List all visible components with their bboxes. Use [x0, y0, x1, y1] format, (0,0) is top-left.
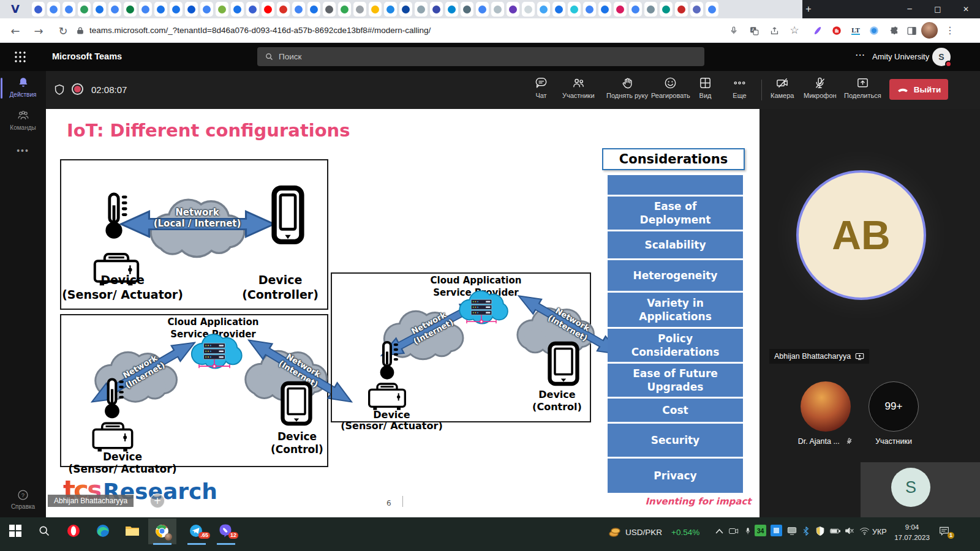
browser-tab[interactable] — [537, 2, 550, 17]
file-explorer-icon[interactable] — [123, 522, 141, 540]
browser-tab[interactable] — [369, 2, 382, 17]
extensions-puzzle-icon[interactable] — [886, 23, 902, 39]
browser-tab[interactable] — [552, 2, 565, 17]
browser-menu-icon[interactable]: ⋮ — [942, 22, 958, 38]
browser-tab[interactable] — [216, 2, 228, 17]
overlay-plus-button[interactable]: + — [150, 493, 165, 508]
more-button[interactable]: Еще — [733, 76, 747, 99]
browser-tab[interactable] — [108, 2, 121, 17]
browser-tab[interactable] — [200, 2, 213, 17]
extension-languagetool-icon[interactable]: LT — [848, 23, 864, 39]
browser-tab[interactable] — [629, 2, 642, 17]
search-box[interactable]: Поиск — [257, 47, 704, 66]
browser-tab[interactable] — [415, 2, 428, 17]
browser-tab[interactable] — [353, 2, 366, 17]
browser-tab[interactable] — [78, 2, 91, 17]
viber-icon[interactable]: 12 — [216, 522, 235, 540]
lock-icon[interactable] — [76, 26, 85, 35]
raise-hand-button[interactable]: Поднять руку — [606, 76, 648, 99]
browser-tab[interactable] — [430, 2, 443, 17]
taskbar-search-icon[interactable] — [35, 522, 53, 540]
tray-clock[interactable]: 9:04 17.07.2023 — [893, 522, 931, 542]
browser-tab[interactable] — [399, 2, 412, 17]
back-button[interactable]: ← — [6, 21, 24, 40]
browser-tab[interactable] — [62, 2, 75, 17]
security-shield-icon[interactable] — [53, 83, 66, 97]
window-minimize-button[interactable]: ─ — [895, 0, 924, 18]
tray-camera-icon[interactable] — [727, 524, 741, 538]
browser-tab[interactable] — [568, 2, 581, 17]
browser-tab[interactable] — [292, 2, 305, 17]
browser-tab[interactable] — [185, 2, 198, 17]
waffle-menu-icon[interactable] — [13, 50, 27, 64]
participant-video-thumbnail[interactable] — [801, 381, 851, 432]
overflow-count-tile[interactable]: 99+ — [869, 381, 919, 432]
translate-icon[interactable]: A — [746, 23, 762, 39]
ticker-coin-icon[interactable] — [608, 525, 622, 539]
tray-chevron-icon[interactable] — [712, 524, 726, 538]
browser-tab[interactable] — [170, 2, 183, 17]
telegram-icon[interactable]: .65 — [187, 522, 205, 540]
browser-tab[interactable] — [445, 2, 458, 17]
side-panel-icon[interactable] — [903, 23, 919, 39]
bookmark-star-icon[interactable]: ☆ — [786, 22, 802, 38]
browser-tab[interactable] — [598, 2, 611, 17]
browser-tab[interactable] — [461, 2, 473, 17]
tray-mic-icon[interactable] — [741, 524, 755, 538]
browser-tab[interactable] — [706, 2, 718, 17]
tray-defender-icon[interactable] — [813, 524, 827, 538]
browser-tab[interactable] — [262, 2, 274, 17]
browser-tab[interactable] — [614, 2, 627, 17]
leave-button[interactable]: Выйти — [889, 79, 948, 100]
browser-tab[interactable] — [583, 2, 596, 17]
browser-tab[interactable] — [246, 2, 259, 17]
forward-button[interactable]: → — [29, 21, 48, 40]
browser-tab[interactable] — [93, 2, 106, 17]
main-speaker-tile[interactable]: AB — [796, 170, 926, 300]
browser-tab[interactable] — [675, 2, 688, 17]
chrome-icon[interactable] — [153, 522, 171, 540]
tray-volume-muted-icon[interactable] — [843, 524, 856, 538]
org-name[interactable]: Amity University — [872, 52, 929, 61]
window-maximize-button[interactable]: □ — [924, 0, 952, 18]
extension-blue-dot-icon[interactable] — [866, 23, 882, 39]
browser-profile-avatar[interactable] — [921, 22, 938, 39]
browser-tab[interactable] — [47, 2, 60, 17]
browser-tab[interactable] — [154, 2, 167, 17]
share-button[interactable]: Поделиться — [844, 76, 881, 99]
browser-tab[interactable] — [384, 2, 397, 17]
action-center-icon[interactable]: 1 — [937, 524, 951, 538]
window-close-button[interactable]: ✕ — [952, 0, 980, 18]
browser-tab[interactable] — [32, 2, 45, 17]
browser-tab[interactable] — [338, 2, 351, 17]
self-view-tile[interactable]: S — [861, 462, 980, 517]
tray-display-icon[interactable] — [785, 524, 799, 538]
extension-blocker-icon[interactable] — [829, 23, 845, 39]
ticker-pair[interactable]: USD/PKR — [625, 528, 662, 537]
extension-feather-icon[interactable] — [810, 23, 826, 39]
browser-tab[interactable] — [690, 2, 703, 17]
browser-tab[interactable] — [522, 2, 535, 17]
address-bar[interactable]: teams.microsoft.com/_?tenantId=8d46a076-… — [89, 26, 431, 35]
browser-tab[interactable] — [660, 2, 673, 17]
browser-tab[interactable] — [476, 2, 489, 17]
browser-tab[interactable] — [307, 2, 320, 17]
mic-button[interactable]: Микрофон — [804, 76, 837, 99]
header-more-icon[interactable]: ⋯ — [855, 49, 865, 61]
edge-icon[interactable] — [94, 522, 112, 540]
browser-tab[interactable] — [323, 2, 336, 17]
sidebar-item-help[interactable]: ? Справка — [0, 489, 46, 510]
react-button[interactable]: Реагировать — [651, 76, 690, 99]
reload-button[interactable]: ↻ — [54, 21, 72, 40]
browser-tab[interactable] — [231, 2, 244, 17]
camera-button[interactable]: Камера — [771, 76, 794, 99]
tray-gpu-badge[interactable]: 34 — [755, 525, 766, 536]
sidebar-more-icon[interactable]: ••• — [0, 146, 46, 156]
tray-wifi-icon[interactable] — [858, 524, 871, 538]
browser-tab[interactable] — [277, 2, 290, 17]
tray-bluetooth-icon[interactable] — [799, 524, 813, 538]
user-avatar[interactable]: S — [932, 48, 951, 66]
browser-tab[interactable] — [644, 2, 657, 17]
chat-button[interactable]: Чат — [534, 76, 548, 99]
voice-search-icon[interactable] — [726, 23, 742, 39]
